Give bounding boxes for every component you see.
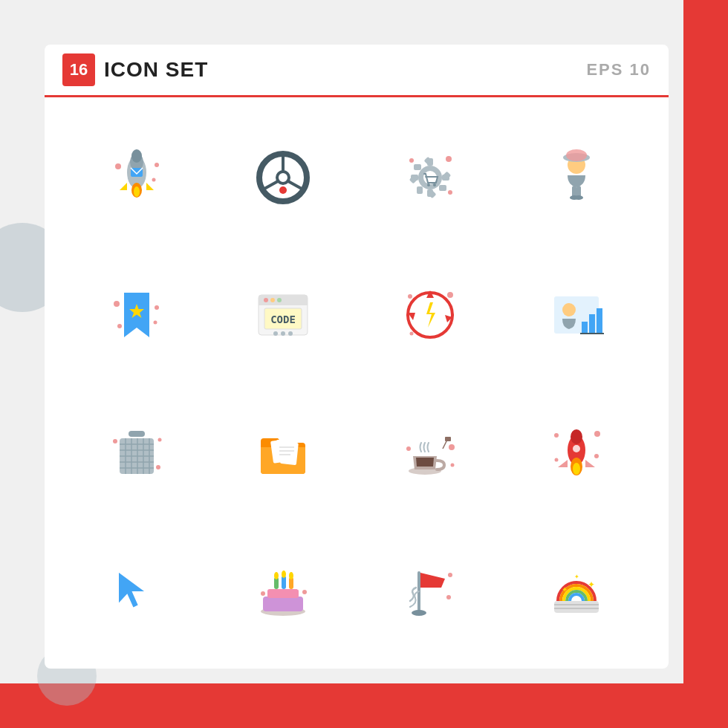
rainbow-horizon-icon: ✦ ✦ ✦ [543, 556, 610, 623]
svg-point-85 [156, 465, 160, 469]
svg-line-14 [264, 181, 278, 189]
svg-text:✦: ✦ [562, 585, 568, 594]
icon-cell-rocket-email [67, 112, 207, 242]
icon-wrap-person-bowl [536, 137, 617, 218]
svg-point-117 [274, 572, 279, 579]
icon-wrap-trash-can [96, 412, 178, 493]
svg-rect-68 [589, 314, 595, 334]
svg-rect-113 [267, 589, 299, 598]
svg-rect-94 [445, 437, 451, 441]
svg-point-57 [288, 331, 293, 336]
svg-rect-24 [439, 185, 446, 191]
svg-rect-67 [582, 322, 588, 334]
svg-rect-69 [597, 308, 602, 334]
icon-cell-folder-documents [214, 387, 354, 517]
svg-rect-88 [280, 441, 299, 465]
flag-wind-icon [397, 556, 464, 623]
svg-marker-61 [426, 302, 435, 328]
code-window-icon: CODE [250, 282, 316, 348]
steering-wheel-icon [250, 144, 316, 211]
icon-cell-code-window: CODE [214, 250, 354, 380]
icon-cell-person-chart [507, 250, 647, 380]
icon-wrap-coffee-tea [389, 412, 471, 493]
svg-text:CODE: CODE [270, 313, 296, 325]
icon-cell-flag-wind [360, 524, 500, 654]
svg-point-6 [134, 186, 140, 197]
svg-point-118 [282, 571, 286, 578]
svg-point-10 [152, 178, 155, 181]
svg-point-96 [449, 444, 455, 450]
svg-marker-101 [558, 460, 568, 467]
svg-point-62 [408, 294, 412, 299]
rocket-launch-icon [543, 419, 610, 486]
icon-wrap-flag-wind [389, 549, 471, 631]
energy-cycle-icon [397, 282, 464, 348]
icon-cell-energy-cycle [360, 250, 500, 380]
person-chart-icon [543, 282, 610, 348]
svg-text:✦: ✦ [588, 579, 595, 590]
svg-point-107 [594, 454, 599, 458]
svg-marker-4 [146, 183, 154, 190]
bg-red-right [683, 0, 728, 728]
svg-rect-112 [263, 597, 303, 611]
svg-point-9 [155, 163, 159, 167]
svg-point-121 [302, 590, 307, 594]
svg-point-55 [273, 331, 278, 336]
icon-wrap-birthday-cake [242, 549, 324, 631]
icon-cell-gear-cart [360, 112, 500, 242]
icon-wrap-bookmark-star [96, 274, 178, 356]
svg-point-16 [279, 186, 287, 194]
svg-point-66 [562, 303, 576, 316]
svg-point-45 [153, 320, 157, 324]
icons-grid: CODE [45, 97, 669, 669]
header-left: 16 ICON SET [62, 53, 208, 86]
trash-can-icon [103, 419, 170, 486]
svg-line-15 [288, 181, 302, 189]
svg-point-44 [155, 305, 159, 310]
icon-cell-rainbow-horizon: ✦ ✦ ✦ [507, 524, 647, 654]
icon-cell-steering-wheel [214, 112, 354, 242]
icon-wrap-rocket-launch [536, 412, 617, 493]
icon-wrap-code-window: CODE [242, 274, 324, 356]
icon-wrap-rocket-email [96, 137, 178, 218]
icon-cell-cursor-arrow [67, 524, 207, 654]
svg-point-83 [113, 439, 117, 443]
header-eps: EPS 10 [586, 60, 651, 79]
svg-point-8 [115, 163, 121, 169]
svg-point-12 [277, 172, 289, 183]
svg-point-99 [571, 429, 582, 444]
svg-point-30 [427, 183, 430, 186]
icon-wrap-gear-cart [389, 137, 471, 218]
svg-point-124 [448, 573, 452, 577]
svg-text:✦: ✦ [574, 573, 579, 580]
icon-cell-bookmark-star [67, 250, 207, 380]
svg-point-63 [447, 292, 453, 298]
svg-point-41 [574, 195, 583, 200]
svg-point-120 [261, 591, 265, 596]
icon-wrap-steering-wheel [242, 137, 324, 218]
birthday-cake-icon [250, 556, 316, 623]
svg-point-95 [406, 446, 411, 451]
header: 16 ICON SET EPS 10 [45, 45, 669, 97]
coffee-tea-icon [397, 419, 464, 486]
person-bowl-icon [543, 144, 610, 211]
icon-wrap-person-chart [536, 274, 617, 356]
svg-point-56 [281, 331, 285, 336]
svg-point-2 [131, 149, 142, 163]
gear-cart-icon [397, 144, 464, 211]
svg-point-51 [270, 298, 275, 302]
icon-wrap-cursor-arrow [96, 549, 178, 631]
svg-point-32 [409, 158, 414, 163]
main-card: 16 ICON SET EPS 10 [45, 45, 669, 669]
svg-point-108 [555, 458, 559, 461]
bg-red-bottom [0, 683, 728, 728]
svg-marker-102 [585, 460, 595, 467]
icon-wrap-folder-documents [242, 412, 324, 493]
svg-point-125 [446, 595, 451, 599]
svg-point-50 [264, 298, 268, 302]
cursor-arrow-icon [103, 556, 170, 623]
icon-wrap-energy-cycle [389, 274, 471, 356]
svg-point-97 [450, 463, 454, 467]
icon-cell-birthday-cake [214, 524, 354, 654]
icon-cell-trash-can [67, 387, 207, 517]
